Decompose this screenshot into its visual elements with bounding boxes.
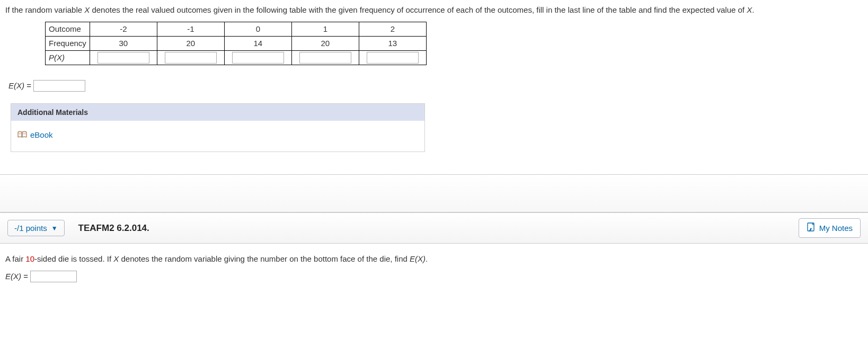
q1-ex-input[interactable] — [33, 80, 85, 92]
outcome-val: -2 — [90, 22, 157, 36]
outcome-label: Outcome — [46, 22, 90, 36]
q2-ex-label: E(X) — [5, 271, 23, 280]
q2-d: . — [426, 254, 428, 263]
q2-b: -sided die is tossed. If — [34, 254, 113, 263]
question-code: TEAFM2 6.2.014. — [78, 223, 149, 234]
ebook-link-text: eBook — [30, 130, 53, 139]
q2-prompt: A fair 10-sided die is tossed. If X deno… — [5, 253, 863, 265]
additional-materials: Additional Materials eBook — [11, 103, 425, 153]
ex-label: E(X) — [8, 81, 26, 90]
my-notes-button[interactable]: My Notes — [799, 218, 861, 238]
q2-a: A fair — [5, 254, 25, 263]
px-input-1[interactable] — [98, 52, 149, 64]
outcome-val: 1 — [291, 22, 359, 36]
outcome-val: 0 — [224, 22, 291, 36]
outcome-val: -1 — [157, 22, 224, 36]
frequency-val: 20 — [291, 36, 359, 50]
question-1: If the random variable X denotes the rea… — [0, 0, 868, 158]
q2-expected-value-line: E(X) = — [5, 271, 863, 282]
q2-ex-input[interactable] — [30, 271, 77, 282]
q2-ex-inline: E(X) — [410, 254, 426, 263]
table-row-outcome: Outcome -2 -1 0 1 2 — [46, 22, 427, 36]
px-input-2[interactable] — [165, 52, 217, 64]
outcome-val: 2 — [359, 22, 426, 36]
px-input-4[interactable] — [299, 52, 351, 64]
my-notes-label: My Notes — [819, 224, 853, 233]
ex-eq: = — [26, 81, 33, 90]
px-label: P(X) — [46, 50, 90, 65]
table-row-frequency: Frequency 30 20 14 20 13 — [46, 36, 427, 50]
question-2: A fair 10-sided die is tossed. If X deno… — [0, 244, 868, 289]
ebook-link[interactable]: eBook — [17, 130, 53, 139]
q1-text-pre: If the random variable — [5, 5, 84, 14]
frequency-val: 20 — [157, 36, 224, 50]
outcome-table: Outcome -2 -1 0 1 2 Frequency 30 20 14 2… — [45, 22, 427, 65]
note-icon — [807, 222, 815, 234]
points-text: -/1 points — [14, 224, 47, 233]
table-row-px: P(X) — [46, 50, 427, 65]
frequency-val: 30 — [90, 36, 157, 50]
question-header-bar: -/1 points ▼ TEAFM2 6.2.014. My Notes — [0, 212, 868, 244]
frequency-label: Frequency — [46, 36, 90, 50]
materials-header: Additional Materials — [11, 104, 424, 121]
q2-ex-eq: = — [23, 271, 30, 280]
question-separator — [0, 174, 868, 212]
frequency-val: 13 — [359, 36, 426, 50]
q2-sides: 10 — [25, 254, 34, 263]
q1-var-x: X — [84, 5, 90, 14]
book-icon — [17, 131, 27, 140]
chevron-down-icon: ▼ — [51, 225, 58, 232]
q1-var-x2: X — [747, 5, 752, 14]
q1-expected-value-line: E(X) = — [8, 80, 863, 92]
q1-prompt: If the random variable X denotes the rea… — [5, 4, 863, 16]
px-input-3[interactable] — [232, 52, 284, 64]
q2-c: denotes the random variable giving the n… — [119, 254, 410, 263]
q1-text-mid: denotes the real valued outcomes given i… — [90, 5, 747, 14]
q2-var-x: X — [113, 254, 119, 263]
points-dropdown[interactable]: -/1 points ▼ — [7, 220, 65, 236]
frequency-val: 14 — [224, 36, 291, 50]
px-input-5[interactable] — [367, 52, 419, 64]
q1-text-post: . — [752, 5, 754, 14]
